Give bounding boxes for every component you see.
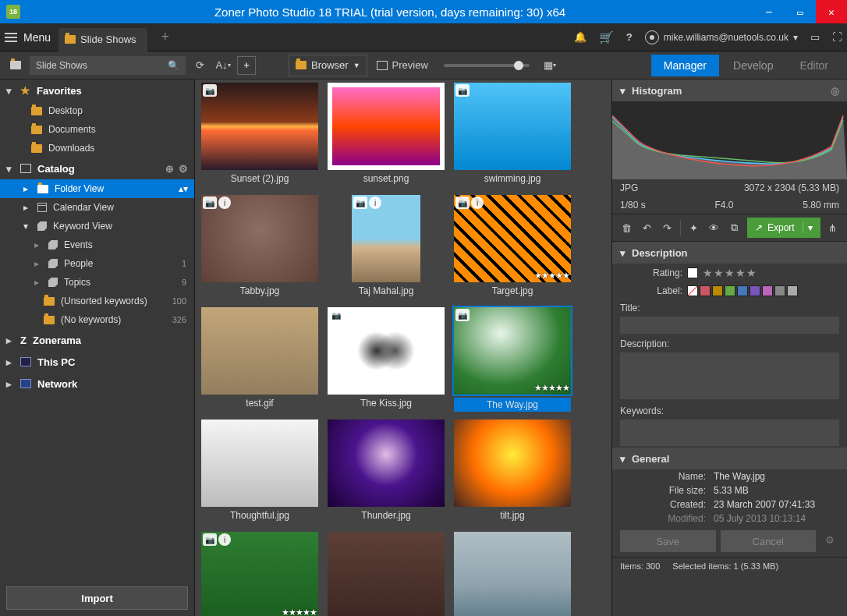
color-label[interactable] [750, 285, 760, 296]
thumbnail[interactable]: Tools.jpg [324, 532, 448, 616]
title-label: Title: [612, 299, 847, 317]
format-label: JPG [620, 182, 638, 193]
nav-back-icon[interactable] [6, 56, 25, 75]
thumbnail[interactable]: 📷 The Kiss.jpg [324, 307, 448, 416]
nav-section[interactable]: ▾Catalog⊕ ⚙ [0, 158, 194, 179]
sidebar-item-calendar-view[interactable]: ▸Calendar View [0, 198, 194, 217]
grid-icon[interactable]: ▦▾ [540, 56, 559, 75]
color-label[interactable] [687, 285, 698, 296]
nav-section[interactable]: ▾★Favorites [0, 80, 194, 101]
new-tab-button[interactable]: + [161, 29, 170, 45]
share-button[interactable]: ⋔ [825, 218, 841, 237]
thumbnail-name: Taj Mahal.jpg [359, 285, 414, 296]
thumbnail[interactable]: 📷★★★★★ The Way.jpg [451, 307, 574, 416]
user-email: mike.williams@nuetools.co.uk [664, 32, 789, 43]
action-row: 🗑 ↶ ↷ ✦ 👁 ⧉ ↗ Export ▾ ⋔ [612, 214, 847, 242]
tab-manager[interactable]: Manager [651, 55, 719, 76]
help-icon[interactable]: ? [626, 31, 633, 43]
color-label[interactable] [787, 285, 798, 296]
fullscreen-icon[interactable]: ⛶ [832, 31, 842, 43]
sidebar-item-folder-view[interactable]: ▸Folder View▴▾ [0, 179, 194, 198]
thumbnail[interactable]: 📷i Tabby.jpg [198, 195, 321, 304]
thumbnail[interactable]: sunset.png [324, 83, 448, 192]
thumbnail[interactable]: 📷 Sunset (2).jpg [198, 83, 321, 192]
color-label[interactable] [737, 285, 748, 296]
path-search[interactable]: Slide Shows 🔍 [30, 56, 186, 75]
thumbnail[interactable]: Thoughtful.jpg [198, 420, 321, 529]
thumbnail[interactable]: 📷 swimming.jpg [451, 83, 574, 192]
nav-section[interactable]: ▸ZZonerama [0, 329, 194, 351]
color-label[interactable] [700, 285, 711, 296]
add-button[interactable]: + [237, 56, 256, 75]
nav-section[interactable]: ▸This PC [0, 351, 194, 373]
sidebar-item[interactable]: ▸Topics9 [0, 273, 194, 292]
histogram-header[interactable]: ▾ Histogram ◎ [612, 80, 847, 101]
menu-label[interactable]: Menu [23, 31, 51, 44]
sidebar-item[interactable]: ▸People1 [0, 254, 194, 273]
browser-label: Browser [311, 59, 349, 71]
close-button[interactable]: ✕ [816, 0, 847, 23]
general-header[interactable]: ▾ General [612, 448, 847, 469]
thumbnail[interactable]: test.gif [198, 307, 321, 416]
target-icon[interactable]: ◎ [831, 85, 839, 97]
rotate-left-button[interactable]: ↶ [639, 218, 654, 237]
color-label[interactable] [725, 285, 735, 296]
screen-icon[interactable]: ▭ [810, 31, 820, 43]
rotate-right-button[interactable]: ↷ [660, 218, 675, 237]
wand-button[interactable]: ✦ [686, 218, 701, 237]
preview-icon[interactable]: Preview [372, 56, 433, 75]
gear-icon[interactable]: ⚙ [820, 530, 839, 549]
thumbnail[interactable]: 📷i★★★★★ Toco Toucan.jpg [198, 532, 321, 616]
thumbnail[interactable]: 📷i Taj Mahal.jpg [324, 195, 448, 304]
copy-button[interactable]: ⧉ [727, 218, 742, 237]
hamburger-icon[interactable] [5, 33, 17, 42]
rating-stars[interactable]: ★★★★★ [703, 267, 757, 279]
sidebar-item[interactable]: Downloads [0, 139, 194, 158]
gallery[interactable]: 📷 Sunset (2).jpg sunset.png 📷 swimming.j… [195, 80, 611, 616]
zoom-slider[interactable] [444, 64, 530, 67]
sidebar-item[interactable]: Documents [0, 120, 194, 139]
rating-clear[interactable] [687, 267, 698, 278]
chevron-down-icon[interactable]: ▾ [803, 222, 813, 233]
camera-icon: 📷 [329, 309, 343, 321]
thumbnail[interactable]: 📷i★★★★★ Target.jpg [451, 195, 574, 304]
maximize-button[interactable]: ▭ [785, 0, 816, 23]
thumbnail[interactable]: tower.jpg [451, 532, 574, 616]
color-label[interactable] [712, 285, 723, 296]
browser-dropdown[interactable]: Browser ▼ [289, 55, 367, 76]
tab-slide-shows[interactable]: Slide Shows [58, 28, 147, 51]
tab-develop[interactable]: Develop [721, 55, 785, 76]
save-button[interactable]: Save [620, 530, 716, 552]
cancel-button[interactable]: Cancel [721, 530, 817, 552]
minimize-button[interactable]: ─ [753, 0, 785, 23]
thumbnail[interactable]: Thunder.jpg [324, 420, 448, 529]
sidebar-item[interactable]: ▸Events [0, 235, 194, 254]
keywords-input[interactable] [620, 420, 839, 446]
export-button[interactable]: ↗ Export ▾ [747, 218, 820, 238]
thumbnail[interactable]: tilt.jpg [451, 420, 574, 529]
description-input[interactable] [620, 352, 839, 399]
tab-editor[interactable]: Editor [787, 55, 841, 76]
info-icon: i [218, 196, 231, 209]
color-label[interactable] [774, 285, 785, 296]
bell-icon[interactable]: 🔔 [574, 31, 587, 43]
eye-button[interactable]: 👁 [706, 218, 721, 237]
nav-section[interactable]: ▸Network [0, 373, 194, 395]
sidebar-item-keyword-view[interactable]: ▾Keyword View [0, 217, 194, 235]
sidebar-item[interactable]: Desktop [0, 101, 194, 120]
delete-button[interactable]: 🗑 [618, 218, 634, 237]
user-menu[interactable]: mike.williams@nuetools.co.uk ▾ [645, 30, 798, 44]
color-label[interactable] [762, 285, 773, 296]
description-header[interactable]: ▾ Description [612, 242, 847, 264]
sort-button[interactable]: A↓▾ [214, 56, 232, 75]
keywords-label: Keywords: [612, 401, 847, 418]
import-button[interactable]: Import [6, 586, 188, 610]
refresh-button[interactable]: ⟳ [190, 56, 209, 75]
add-icon[interactable]: ⊕ [165, 163, 174, 175]
title-input[interactable] [620, 317, 839, 334]
gear-icon[interactable]: ⚙ [179, 163, 188, 175]
cart-icon[interactable]: 🛒 [599, 30, 614, 44]
sidebar-item[interactable]: (Unsorted keywords)100 [0, 292, 194, 310]
search-icon[interactable]: 🔍 [168, 60, 179, 71]
sidebar-item[interactable]: (No keywords)326 [0, 310, 194, 329]
